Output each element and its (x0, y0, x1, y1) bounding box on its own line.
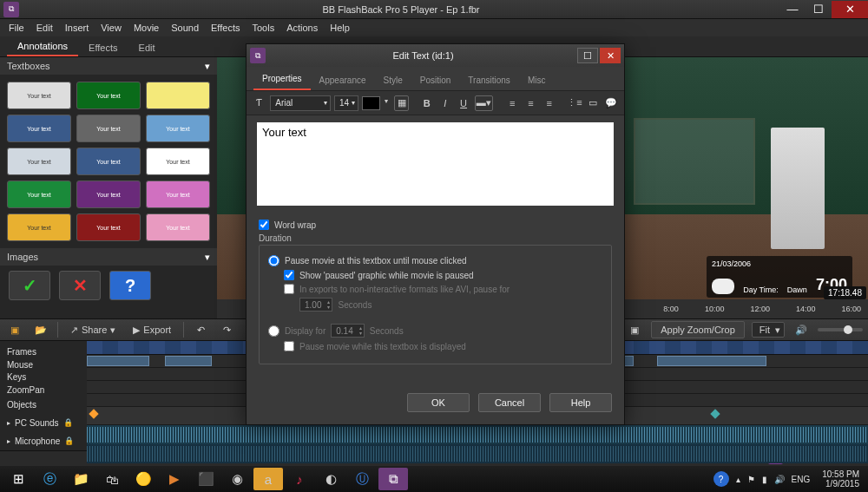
minimize-button[interactable]: — (779, 1, 806, 18)
volume-slider[interactable] (818, 328, 863, 331)
textbox-thumb[interactable]: Your text (7, 115, 71, 142)
dialog-maximize-button[interactable]: ☐ (577, 48, 598, 63)
fit-select[interactable]: Fit▾ (752, 322, 785, 338)
textbox-thumb[interactable]: Your text (76, 82, 141, 109)
display-seconds-spinner[interactable]: 0.14 (331, 324, 364, 338)
menu-effects[interactable]: Effects (206, 21, 245, 35)
underline-button[interactable]: U (456, 95, 470, 111)
taskbar-amazon-icon[interactable]: a (253, 468, 283, 490)
cancel-button[interactable]: Cancel (478, 393, 541, 412)
taskbar-app-icon[interactable]: ⬛ (191, 468, 220, 490)
tray-expand-icon[interactable]: ▴ (736, 475, 740, 484)
textbox-thumb[interactable]: Your text (76, 213, 141, 241)
crop-icon[interactable]: ▣ (625, 321, 644, 338)
menu-view[interactable]: View (95, 21, 127, 35)
font-picker-icon[interactable]: Ƭ (252, 95, 266, 111)
track-label-microphone[interactable]: ▸Microphone🔒 (0, 432, 87, 450)
track-label-objects[interactable]: Objects (0, 396, 87, 413)
new-icon[interactable]: ▣ (5, 321, 24, 338)
align-right-button[interactable]: ≡ (542, 95, 556, 111)
menu-file[interactable]: File (3, 21, 30, 35)
textbox-thumb[interactable]: Your text (146, 180, 210, 208)
textbox-thumb[interactable]: Your text (76, 148, 141, 175)
display-for-radio[interactable]: Display for 0.14 Seconds (268, 324, 602, 338)
image-cross-button[interactable]: ✕ (59, 271, 101, 300)
dialog-close-button[interactable]: ✕ (600, 48, 621, 63)
language-indicator[interactable]: ENG (792, 475, 811, 484)
textbox-thumb[interactable]: Your text (7, 148, 71, 175)
menu-insert[interactable]: Insert (60, 21, 95, 35)
help-button[interactable]: Help (549, 393, 612, 412)
open-icon[interactable]: 📂 (31, 321, 50, 338)
track-row-pcsounds[interactable] (87, 425, 868, 444)
flag-icon[interactable]: ⚑ (747, 475, 755, 484)
taskbar-hp-icon[interactable]: ◉ (222, 468, 252, 490)
share-button[interactable]: ↗Share▾ (65, 325, 121, 336)
highlight-button[interactable]: ▬▾ (475, 95, 493, 111)
textbox-thumb[interactable]: Your text (76, 180, 141, 208)
menu-actions[interactable]: Actions (281, 21, 323, 35)
volume-tray-icon[interactable]: 🔊 (774, 475, 785, 484)
keyframe-marker[interactable] (89, 409, 98, 418)
lock-icon[interactable]: 🔒 (63, 418, 72, 427)
textbox-thumb[interactable]: Your text (7, 82, 71, 109)
track-label-pcsounds[interactable]: ▸PC Sounds🔒 (0, 414, 87, 432)
show-paused-checkbox[interactable]: Show 'paused' graphic while movie is pau… (284, 270, 602, 280)
word-wrap-checkbox[interactable]: Word wrap (259, 220, 612, 230)
dlg-tab-misc[interactable]: Misc (519, 70, 555, 90)
images-header[interactable]: Images ▾ (0, 248, 217, 266)
help-tray-icon[interactable]: ? (713, 471, 729, 487)
image-help-button[interactable]: ? (109, 271, 151, 300)
tab-effects[interactable]: Effects (78, 39, 128, 56)
bold-button[interactable]: B (419, 95, 434, 111)
textbox-thumb[interactable]: Your text (146, 213, 210, 241)
bullet-list-button[interactable]: ⋮≡ (567, 95, 582, 111)
volume-icon[interactable]: 🔊 (792, 321, 811, 338)
menu-movie[interactable]: Movie (128, 21, 164, 35)
dlg-tab-transitions[interactable]: Transitions (459, 70, 519, 90)
taskbar-store-icon[interactable]: 🛍 (97, 468, 127, 490)
track-label-frames[interactable]: Frames (0, 346, 87, 358)
export-button[interactable]: ▶Export (128, 325, 176, 336)
textbox-thumb[interactable]: Your text (146, 148, 210, 175)
pause-until-click-radio[interactable]: Pause movie at this textbox until mouse … (268, 255, 602, 266)
grid-icon[interactable]: ▦ (394, 95, 409, 111)
dlg-tab-appearance[interactable]: Appearance (311, 70, 375, 90)
tab-edit[interactable]: Edit (128, 39, 166, 56)
keyframe-marker[interactable] (710, 409, 720, 418)
font-select[interactable]: Arial (270, 95, 331, 111)
dialog-titlebar[interactable]: ⧉ Edit Text (id:1) ☐ ✕ (247, 44, 624, 67)
tab-annotations[interactable]: Annotations (7, 37, 78, 56)
apply-zoom-crop-button[interactable]: Apply Zoom/Crop (651, 321, 745, 338)
track-label-zoompan[interactable]: ZoomPan (0, 384, 87, 396)
pause-while-displayed-checkbox[interactable]: Pause movie while this textbox is displa… (284, 341, 602, 351)
taskbar-steam-icon[interactable]: ◐ (316, 468, 345, 490)
lock-icon[interactable]: 🔒 (64, 436, 73, 445)
start-button[interactable]: ⊞ (3, 468, 33, 490)
dlg-tab-style[interactable]: Style (375, 70, 411, 90)
track-label-mouse[interactable]: Mouse (0, 358, 87, 371)
taskbar-itunes-icon[interactable]: ♪ (285, 468, 314, 490)
font-color-picker[interactable] (362, 96, 380, 110)
wifi-icon[interactable]: ▮ (762, 475, 767, 484)
textbox-thumb[interactable]: Your text (7, 213, 71, 241)
track-label-keys[interactable]: Keys (0, 371, 87, 384)
ok-button[interactable]: OK (407, 393, 470, 412)
maximize-button[interactable]: ☐ (806, 1, 832, 18)
dlg-tab-position[interactable]: Position (411, 70, 460, 90)
menu-tools[interactable]: Tools (247, 21, 279, 35)
link-button[interactable]: ▭ (586, 95, 601, 111)
taskbar-chrome-icon[interactable]: 🟡 (128, 468, 158, 490)
textboxes-header[interactable]: Textboxes ▾ (0, 57, 217, 75)
export-seconds-spinner[interactable]: 1.00 (299, 298, 332, 312)
menu-sound[interactable]: Sound (166, 21, 204, 35)
textbox-thumb[interactable]: Your text (76, 115, 141, 142)
close-button[interactable]: ✕ (832, 1, 868, 18)
taskbar-uplay-icon[interactable]: Ⓤ (347, 468, 377, 490)
textbox-thumb[interactable]: Your text (7, 180, 71, 208)
textbox-thumb[interactable] (146, 82, 210, 109)
taskbar-media-icon[interactable]: ▶ (160, 468, 189, 490)
taskbar-explorer-icon[interactable]: 📁 (66, 468, 95, 490)
undo-button[interactable]: ↶ (191, 321, 210, 338)
taskbar-flashback-icon[interactable]: ⧉ (378, 468, 408, 490)
